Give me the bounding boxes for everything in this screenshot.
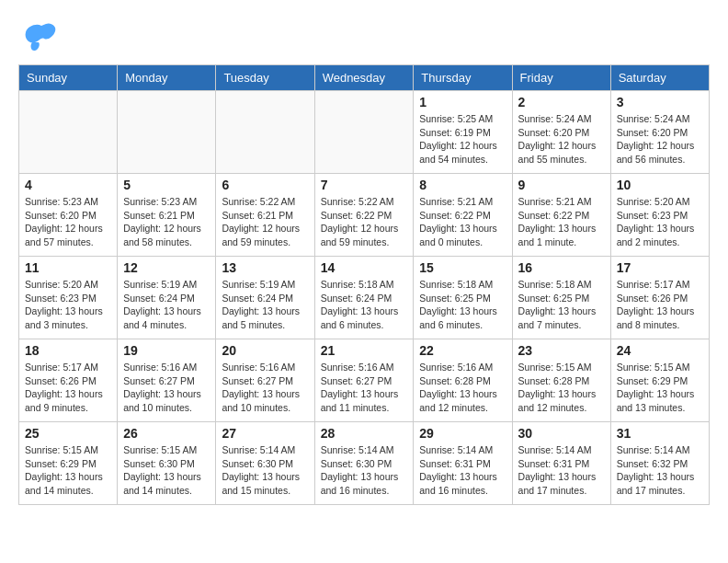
calendar-cell [314,91,414,174]
day-number: 5 [123,178,210,192]
day-info: Sunrise: 5:16 AM Sunset: 6:27 PM Dayligh… [321,361,408,415]
day-info: Sunrise: 5:20 AM Sunset: 6:23 PM Dayligh… [617,195,703,249]
calendar-cell: 16Sunrise: 5:18 AM Sunset: 6:25 PM Dayli… [512,257,610,339]
logo [18,18,69,55]
day-info: Sunrise: 5:24 AM Sunset: 6:20 PM Dayligh… [617,112,703,167]
calendar-cell: 18Sunrise: 5:17 AM Sunset: 6:26 PM Dayli… [19,339,118,422]
day-info: Sunrise: 5:15 AM Sunset: 6:30 PM Dayligh… [123,443,210,498]
day-info: Sunrise: 5:19 AM Sunset: 6:24 PM Dayligh… [123,278,210,332]
day-number: 3 [617,95,703,109]
calendar-table: SundayMondayTuesdayWednesdayThursdayFrid… [18,64,710,505]
calendar-cell: 28Sunrise: 5:14 AM Sunset: 6:30 PM Dayli… [314,422,414,505]
day-info: Sunrise: 5:22 AM Sunset: 6:22 PM Dayligh… [321,195,408,249]
calendar-cell: 20Sunrise: 5:16 AM Sunset: 6:27 PM Dayli… [216,339,314,422]
day-number: 28 [321,426,408,441]
day-info: Sunrise: 5:17 AM Sunset: 6:26 PM Dayligh… [25,361,111,415]
day-info: Sunrise: 5:25 AM Sunset: 6:19 PM Dayligh… [419,112,506,167]
calendar-cell: 22Sunrise: 5:16 AM Sunset: 6:28 PM Dayli… [414,339,512,422]
day-number: 9 [518,178,605,192]
calendar-cell: 1Sunrise: 5:25 AM Sunset: 6:19 PM Daylig… [414,91,512,174]
day-number: 25 [25,426,111,441]
calendar-cell: 9Sunrise: 5:21 AM Sunset: 6:22 PM Daylig… [512,174,610,257]
day-info: Sunrise: 5:15 AM Sunset: 6:29 PM Dayligh… [25,443,111,498]
calendar-cell: 10Sunrise: 5:20 AM Sunset: 6:23 PM Dayli… [610,174,709,257]
day-number: 2 [518,95,605,109]
calendar-cell: 30Sunrise: 5:14 AM Sunset: 6:31 PM Dayli… [512,422,610,505]
day-number: 11 [25,260,111,275]
calendar-week-row: 4Sunrise: 5:23 AM Sunset: 6:20 PM Daylig… [19,174,710,257]
day-info: Sunrise: 5:24 AM Sunset: 6:20 PM Dayligh… [518,112,605,167]
weekday-header: Saturday [610,65,709,91]
day-number: 29 [419,426,506,441]
day-info: Sunrise: 5:20 AM Sunset: 6:23 PM Dayligh… [25,278,111,332]
weekday-header: Friday [512,65,610,91]
day-info: Sunrise: 5:18 AM Sunset: 6:25 PM Dayligh… [419,278,506,332]
calendar-cell: 23Sunrise: 5:15 AM Sunset: 6:28 PM Dayli… [512,339,610,422]
calendar-week-row: 18Sunrise: 5:17 AM Sunset: 6:26 PM Dayli… [19,339,710,422]
day-info: Sunrise: 5:14 AM Sunset: 6:30 PM Dayligh… [222,443,308,498]
day-info: Sunrise: 5:15 AM Sunset: 6:29 PM Dayligh… [617,361,703,415]
calendar-week-row: 1Sunrise: 5:25 AM Sunset: 6:19 PM Daylig… [19,91,710,174]
day-number: 27 [222,426,308,441]
calendar-cell: 24Sunrise: 5:15 AM Sunset: 6:29 PM Dayli… [610,339,709,422]
day-number: 26 [123,426,210,441]
day-number: 16 [518,260,605,275]
calendar-cell: 19Sunrise: 5:16 AM Sunset: 6:27 PM Dayli… [118,339,216,422]
day-info: Sunrise: 5:19 AM Sunset: 6:24 PM Dayligh… [222,278,308,332]
day-number: 20 [222,343,308,358]
day-number: 30 [518,426,605,441]
day-number: 6 [222,178,308,192]
day-info: Sunrise: 5:23 AM Sunset: 6:21 PM Dayligh… [123,195,210,249]
calendar-cell [118,91,216,174]
day-number: 23 [518,343,605,358]
weekday-header: Sunday [19,65,118,91]
day-number: 13 [222,260,308,275]
day-info: Sunrise: 5:14 AM Sunset: 6:31 PM Dayligh… [419,443,506,498]
weekday-header: Wednesday [314,65,414,91]
calendar-cell: 5Sunrise: 5:23 AM Sunset: 6:21 PM Daylig… [118,174,216,257]
day-number: 15 [419,260,506,275]
day-number: 19 [123,343,210,358]
calendar-cell: 25Sunrise: 5:15 AM Sunset: 6:29 PM Dayli… [19,422,118,505]
day-info: Sunrise: 5:22 AM Sunset: 6:21 PM Dayligh… [222,195,308,249]
calendar-cell: 31Sunrise: 5:14 AM Sunset: 6:32 PM Dayli… [610,422,709,505]
calendar-cell [19,91,118,174]
calendar-cell [216,91,314,174]
calendar-cell: 21Sunrise: 5:16 AM Sunset: 6:27 PM Dayli… [314,339,414,422]
weekday-header: Monday [118,65,216,91]
day-number: 21 [321,343,408,358]
day-number: 31 [617,426,703,441]
day-number: 18 [25,343,111,358]
day-info: Sunrise: 5:16 AM Sunset: 6:28 PM Dayligh… [419,361,506,415]
weekday-header: Thursday [414,65,512,91]
day-number: 7 [321,178,408,192]
calendar-cell: 12Sunrise: 5:19 AM Sunset: 6:24 PM Dayli… [118,257,216,339]
weekday-header: Tuesday [216,65,314,91]
calendar-cell: 26Sunrise: 5:15 AM Sunset: 6:30 PM Dayli… [118,422,216,505]
calendar-cell: 15Sunrise: 5:18 AM Sunset: 6:25 PM Dayli… [414,257,512,339]
calendar-cell: 29Sunrise: 5:14 AM Sunset: 6:31 PM Dayli… [414,422,512,505]
calendar-cell: 17Sunrise: 5:17 AM Sunset: 6:26 PM Dayli… [610,257,709,339]
day-info: Sunrise: 5:18 AM Sunset: 6:24 PM Dayligh… [321,278,408,332]
calendar-cell: 7Sunrise: 5:22 AM Sunset: 6:22 PM Daylig… [314,174,414,257]
calendar-week-row: 11Sunrise: 5:20 AM Sunset: 6:23 PM Dayli… [19,257,710,339]
day-info: Sunrise: 5:17 AM Sunset: 6:26 PM Dayligh… [617,278,703,332]
calendar-cell: 3Sunrise: 5:24 AM Sunset: 6:20 PM Daylig… [610,91,709,174]
day-number: 4 [25,178,111,192]
day-number: 8 [419,178,506,192]
day-info: Sunrise: 5:15 AM Sunset: 6:28 PM Dayligh… [518,361,605,415]
day-info: Sunrise: 5:14 AM Sunset: 6:31 PM Dayligh… [518,443,605,498]
page-header [18,18,710,55]
day-info: Sunrise: 5:21 AM Sunset: 6:22 PM Dayligh… [518,195,605,249]
day-number: 14 [321,260,408,275]
day-number: 24 [617,343,703,358]
day-number: 17 [617,260,703,275]
calendar-cell: 27Sunrise: 5:14 AM Sunset: 6:30 PM Dayli… [216,422,314,505]
calendar-cell: 13Sunrise: 5:19 AM Sunset: 6:24 PM Dayli… [216,257,314,339]
logo-icon [18,18,64,55]
day-info: Sunrise: 5:23 AM Sunset: 6:20 PM Dayligh… [25,195,111,249]
day-info: Sunrise: 5:16 AM Sunset: 6:27 PM Dayligh… [123,361,210,415]
day-info: Sunrise: 5:16 AM Sunset: 6:27 PM Dayligh… [222,361,308,415]
day-info: Sunrise: 5:21 AM Sunset: 6:22 PM Dayligh… [419,195,506,249]
calendar-cell: 14Sunrise: 5:18 AM Sunset: 6:24 PM Dayli… [314,257,414,339]
